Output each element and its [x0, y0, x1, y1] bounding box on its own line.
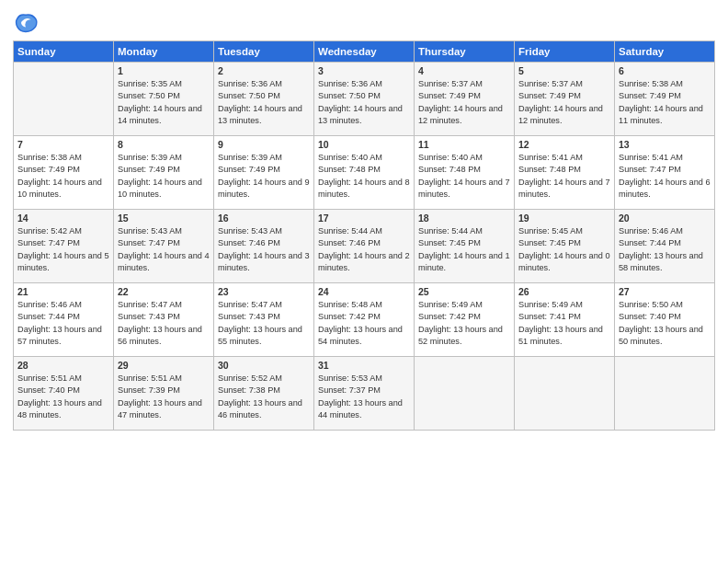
sunrise: Sunrise: 5:37 AM: [418, 79, 483, 88]
day-number: 4: [418, 65, 510, 76]
day-info: Sunrise: 5:43 AMSunset: 7:46 PMDaylight:…: [218, 225, 310, 274]
day-number: 27: [619, 286, 711, 297]
sunset: Sunset: 7:45 PM: [518, 238, 581, 247]
day-info: Sunrise: 5:36 AMSunset: 7:50 PMDaylight:…: [218, 78, 310, 127]
sunrise: Sunrise: 5:36 AM: [318, 79, 382, 88]
day-info: Sunrise: 5:37 AMSunset: 7:49 PMDaylight:…: [418, 78, 510, 127]
sunrise: Sunrise: 5:37 AM: [518, 79, 583, 88]
sunrise: Sunrise: 5:40 AM: [418, 153, 483, 162]
day-number: 9: [218, 139, 310, 150]
cell-1-1: 8Sunrise: 5:39 AMSunset: 7:49 PMDaylight…: [114, 136, 214, 210]
cell-3-3: 24Sunrise: 5:48 AMSunset: 7:42 PMDayligh…: [314, 283, 415, 357]
header-saturday: Saturday: [615, 41, 715, 63]
day-info: Sunrise: 5:51 AMSunset: 7:40 PMDaylight:…: [17, 373, 109, 421]
day-number: 22: [118, 286, 210, 297]
cell-0-3: 3Sunrise: 5:36 AMSunset: 7:50 PMDaylight…: [314, 63, 415, 136]
daylight: Daylight: 13 hours and 56 minutes.: [118, 325, 202, 346]
day-number: 15: [118, 213, 210, 224]
day-number: 5: [518, 65, 610, 76]
cell-4-0: 28Sunrise: 5:51 AMSunset: 7:40 PMDayligh…: [14, 357, 114, 431]
day-number: 12: [518, 139, 610, 150]
sunset: Sunset: 7:49 PM: [118, 165, 180, 174]
sunset: Sunset: 7:49 PM: [418, 91, 481, 100]
sunrise: Sunrise: 5:38 AM: [619, 79, 683, 88]
logo-icon: [13, 9, 39, 35]
cell-1-0: 7Sunrise: 5:38 AMSunset: 7:49 PMDaylight…: [14, 136, 114, 210]
day-number: 1: [118, 65, 210, 76]
week-row-4: 21Sunrise: 5:46 AMSunset: 7:44 PMDayligh…: [14, 283, 715, 357]
day-number: 20: [619, 213, 711, 224]
day-info: Sunrise: 5:38 AMSunset: 7:49 PMDaylight:…: [619, 78, 711, 127]
day-info: Sunrise: 5:45 AMSunset: 7:45 PMDaylight:…: [518, 225, 610, 274]
day-number: 28: [17, 360, 109, 371]
sunrise: Sunrise: 5:46 AM: [619, 226, 683, 236]
cell-4-5: [515, 357, 615, 431]
sunrise: Sunrise: 5:38 AM: [17, 153, 82, 162]
day-number: 13: [619, 139, 711, 150]
daylight: Daylight: 13 hours and 44 minutes.: [318, 398, 403, 419]
header-row: SundayMondayTuesdayWednesdayThursdayFrid…: [14, 41, 715, 63]
sunset: Sunset: 7:50 PM: [318, 91, 381, 100]
sunset: Sunset: 7:49 PM: [518, 91, 581, 100]
sunset: Sunset: 7:42 PM: [418, 312, 481, 321]
week-row-2: 7Sunrise: 5:38 AMSunset: 7:49 PMDaylight…: [14, 136, 715, 210]
sunrise: Sunrise: 5:43 AM: [118, 226, 182, 236]
daylight: Daylight: 14 hours and 10 minutes.: [118, 178, 202, 199]
week-row-1: 1Sunrise: 5:35 AMSunset: 7:50 PMDaylight…: [14, 63, 715, 136]
day-info: Sunrise: 5:51 AMSunset: 7:39 PMDaylight:…: [118, 373, 210, 421]
sunset: Sunset: 7:48 PM: [418, 165, 481, 174]
sunrise: Sunrise: 5:45 AM: [518, 226, 583, 236]
sunset: Sunset: 7:38 PM: [218, 385, 280, 395]
sunrise: Sunrise: 5:47 AM: [218, 300, 282, 309]
daylight: Daylight: 14 hours and 3 minutes.: [218, 251, 310, 272]
sunrise: Sunrise: 5:41 AM: [518, 153, 583, 162]
daylight: Daylight: 14 hours and 8 minutes.: [318, 178, 410, 199]
daylight: Daylight: 13 hours and 52 minutes.: [418, 325, 503, 346]
day-number: 8: [118, 139, 210, 150]
sunrise: Sunrise: 5:46 AM: [17, 300, 82, 309]
sunrise: Sunrise: 5:36 AM: [218, 79, 282, 88]
sunset: Sunset: 7:43 PM: [118, 312, 180, 321]
cell-4-2: 30Sunrise: 5:52 AMSunset: 7:38 PMDayligh…: [214, 357, 314, 431]
sunset: Sunset: 7:50 PM: [218, 91, 280, 100]
cell-1-4: 11Sunrise: 5:40 AMSunset: 7:48 PMDayligh…: [415, 136, 515, 210]
day-number: 14: [17, 213, 109, 224]
daylight: Daylight: 13 hours and 57 minutes.: [17, 325, 102, 346]
cell-4-4: [415, 357, 515, 431]
day-number: 26: [518, 286, 610, 297]
sunrise: Sunrise: 5:47 AM: [118, 300, 182, 309]
day-info: Sunrise: 5:49 AMSunset: 7:42 PMDaylight:…: [418, 299, 510, 348]
daylight: Daylight: 14 hours and 2 minutes.: [318, 251, 410, 272]
cell-2-4: 18Sunrise: 5:44 AMSunset: 7:45 PMDayligh…: [415, 210, 515, 283]
daylight: Daylight: 13 hours and 48 minutes.: [17, 398, 102, 419]
sunrise: Sunrise: 5:50 AM: [619, 300, 683, 309]
cell-3-4: 25Sunrise: 5:49 AMSunset: 7:42 PMDayligh…: [415, 283, 515, 357]
day-number: 7: [17, 139, 109, 150]
day-info: Sunrise: 5:35 AMSunset: 7:50 PMDaylight:…: [118, 78, 210, 127]
week-row-5: 28Sunrise: 5:51 AMSunset: 7:40 PMDayligh…: [14, 357, 715, 431]
day-info: Sunrise: 5:53 AMSunset: 7:37 PMDaylight:…: [318, 373, 410, 421]
day-info: Sunrise: 5:41 AMSunset: 7:48 PMDaylight:…: [518, 152, 610, 201]
day-number: 31: [318, 360, 410, 371]
cell-2-0: 14Sunrise: 5:42 AMSunset: 7:47 PMDayligh…: [14, 210, 114, 283]
cell-0-2: 2Sunrise: 5:36 AMSunset: 7:50 PMDaylight…: [214, 63, 314, 136]
sunrise: Sunrise: 5:43 AM: [218, 226, 282, 236]
sunset: Sunset: 7:44 PM: [17, 312, 80, 321]
header-monday: Monday: [114, 41, 214, 63]
day-info: Sunrise: 5:36 AMSunset: 7:50 PMDaylight:…: [318, 78, 410, 127]
sunset: Sunset: 7:50 PM: [118, 91, 180, 100]
cell-3-0: 21Sunrise: 5:46 AMSunset: 7:44 PMDayligh…: [14, 283, 114, 357]
calendar-table: SundayMondayTuesdayWednesdayThursdayFrid…: [13, 40, 715, 431]
sunset: Sunset: 7:48 PM: [318, 165, 381, 174]
sunset: Sunset: 7:47 PM: [118, 238, 180, 247]
cell-1-2: 9Sunrise: 5:39 AMSunset: 7:49 PMDaylight…: [214, 136, 314, 210]
sunset: Sunset: 7:43 PM: [218, 312, 280, 321]
daylight: Daylight: 14 hours and 9 minutes.: [218, 178, 310, 199]
day-info: Sunrise: 5:46 AMSunset: 7:44 PMDaylight:…: [17, 299, 109, 348]
daylight: Daylight: 13 hours and 51 minutes.: [518, 325, 603, 346]
daylight: Daylight: 14 hours and 7 minutes.: [518, 178, 610, 199]
cell-0-1: 1Sunrise: 5:35 AMSunset: 7:50 PMDaylight…: [114, 63, 214, 136]
logo: [13, 9, 42, 35]
sunrise: Sunrise: 5:41 AM: [619, 153, 683, 162]
day-number: 3: [318, 65, 410, 76]
